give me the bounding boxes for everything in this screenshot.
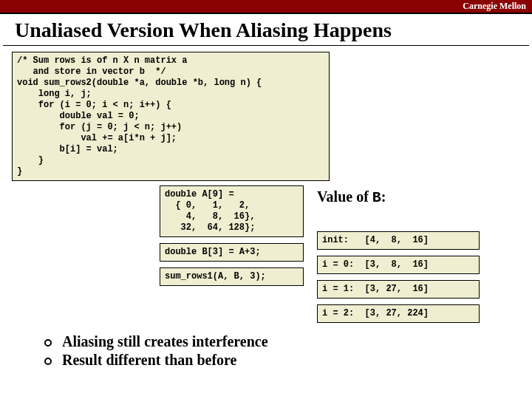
- bullet-item: Result different than before: [44, 352, 505, 369]
- trace-column: Value of B: init: [4, 8, 16] i = 0: [3, …: [317, 185, 480, 323]
- snippet-call: sum_rows1(A, B, 3);: [160, 267, 304, 286]
- trace-i0: i = 0: [3, 8, 16]: [317, 256, 480, 274]
- bullet-marker-icon: [44, 339, 52, 347]
- snippet-column: double A[9] = { 0, 1, 2, 4, 8, 16}, 32, …: [160, 185, 304, 286]
- trace-init: init: [4, 8, 16]: [317, 231, 480, 250]
- trace-i1: i = 1: [3, 27, 16]: [317, 280, 480, 299]
- bullet-list: Aliasing still creates interference Resu…: [12, 323, 520, 369]
- brand-text: Carnegie Mellon: [463, 1, 526, 11]
- bullet-text: Aliasing still creates interference: [62, 333, 268, 350]
- bullet-marker-icon: [44, 358, 52, 365]
- bullet-text: Result different than before: [62, 352, 236, 369]
- slide-title: Unaliased Version When Aliasing Happens: [3, 14, 529, 46]
- trace-list: init: [4, 8, 16] i = 0: [3, 8, 16] i = 1…: [317, 231, 480, 323]
- trace-i2: i = 2: [3, 27, 224]: [317, 304, 480, 323]
- main-code-block: /* Sum rows is of n X n matrix a and sto…: [12, 52, 330, 181]
- lower-row: double A[9] = { 0, 1, 2, 4, 8, 16}, 32, …: [12, 185, 520, 323]
- value-label-text: Value of: [317, 188, 372, 205]
- bullet-item: Aliasing still creates interference: [44, 333, 505, 350]
- value-var: B: [372, 189, 381, 206]
- slide-body: /* Sum rows is of n X n matrix a and sto…: [0, 46, 532, 369]
- value-of-label: Value of B:: [317, 188, 480, 206]
- snippet-decl: double A[9] = { 0, 1, 2, 4, 8, 16}, 32, …: [160, 185, 304, 237]
- value-colon: :: [381, 188, 386, 205]
- brand-bar: Carnegie Mellon: [0, 0, 532, 14]
- snippet-alias: double B[3] = A+3;: [160, 243, 304, 262]
